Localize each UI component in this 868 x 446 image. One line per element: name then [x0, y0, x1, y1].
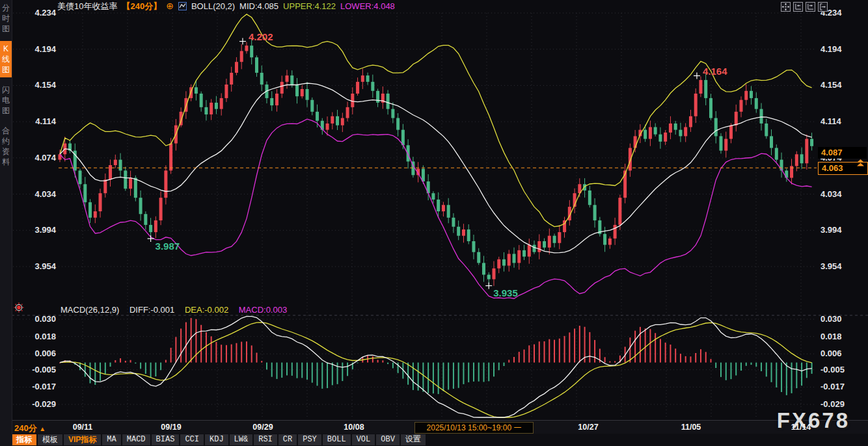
interval-selector[interactable]: 240分 ▲: [14, 423, 46, 434]
macd-header: MACD(26,12,9) DIFF:-0.001 DEA:-0.002 MAC…: [61, 305, 295, 315]
high-annotation: 4.202: [249, 31, 273, 42]
compress-x-icon[interactable]: [793, 2, 803, 12]
live-indicator-icon: [14, 302, 24, 315]
sidebar-tab-闪电图[interactable]: 闪电图: [0, 82, 12, 118]
sidebar: 分时图K线图闪电图合约资料: [0, 0, 12, 446]
toolbar-item-BOLL[interactable]: BOLL: [323, 434, 351, 445]
y-axis-tick: 3.954: [22, 261, 56, 271]
boll-lower-value: LOWER:4.048: [340, 1, 395, 11]
toolbar-item-指标[interactable]: 指标: [12, 434, 36, 445]
x-axis-date-label: 11/14: [791, 423, 811, 432]
y-axis-tick: 0.030: [821, 314, 861, 324]
toolbar-item-CR[interactable]: CR: [278, 434, 297, 445]
y-axis-tick: 4.034: [22, 189, 56, 199]
date-tooltip: 2025/10/13 15:00~19:00 一: [414, 422, 534, 434]
y-axis-tick: 3.954: [821, 261, 861, 271]
watermark: FX678: [777, 408, 850, 433]
low-annotation: 3.987: [156, 241, 180, 252]
y-axis-tick: 4.074: [22, 153, 56, 163]
chart-canvas: [0, 0, 868, 446]
y-axis-tick: -0.017: [821, 382, 861, 391]
toolbar-item-BIAS[interactable]: BIAS: [152, 434, 180, 445]
page-title: 美债10年收益率: [57, 1, 117, 12]
window-controls: [781, 2, 828, 12]
y-axis-tick: 3.994: [821, 225, 861, 235]
toolbar-item-LW&[interactable]: LW&: [230, 434, 253, 445]
y-axis-tick: 0.006: [821, 348, 861, 358]
sidebar-tab-K线图[interactable]: K线图: [0, 41, 12, 77]
x-axis-date-label: 09/19: [161, 423, 181, 432]
low-annotation: 3.935: [493, 287, 518, 298]
y-axis-tick: 4.154: [821, 80, 861, 90]
y-axis-tick: -0.029: [821, 399, 861, 409]
x-axis-date-label: 09/29: [252, 423, 273, 432]
grid: [12, 13, 868, 418]
double-up-arrow-icon[interactable]: [856, 158, 865, 170]
y-axis-tick: 4.194: [821, 44, 861, 54]
sidebar-tab-分时图[interactable]: 分时图: [0, 0, 12, 36]
toolbar-item-模板[interactable]: 模板: [38, 434, 62, 445]
toolbar-item-KDJ[interactable]: KDJ: [205, 434, 228, 445]
macd-diff-line: [60, 317, 812, 417]
y-axis-tick: -0.017: [22, 382, 56, 391]
pan-icon[interactable]: [781, 2, 791, 12]
macd-dea-value: DEA:-0.002: [185, 305, 228, 315]
last-price-tag: 4.087: [818, 147, 867, 159]
toolbar-item-RSI[interactable]: RSI: [254, 434, 277, 445]
toolbar-item-MA[interactable]: MA: [102, 434, 120, 445]
toolbar-item-VOL[interactable]: VOL: [352, 434, 375, 445]
macd-macd-value: MACD:0.003: [239, 305, 287, 315]
boll-upper-value: UPPER:4.122: [283, 1, 336, 11]
y-axis-tick: 0.006: [22, 348, 56, 358]
expand-x-icon[interactable]: [806, 2, 815, 12]
app-root: 分时图K线图闪电图合约资料 美债10年收益率 【240分】 ⊕ BOLL(20,…: [0, 0, 868, 446]
high-annotation: 4.164: [703, 66, 727, 77]
boll-lower-line: [60, 119, 812, 298]
x-axis-date-label: 10/27: [578, 423, 598, 432]
y-axis-tick: -0.029: [22, 399, 56, 409]
x-axis-date-label: 10/08: [344, 423, 364, 432]
macd-label: MACD(26,12,9): [61, 305, 119, 315]
add-indicator-icon[interactable]: ⊕: [166, 2, 174, 10]
toolbar-item-CCI[interactable]: CCI: [180, 434, 204, 445]
exit-icon[interactable]: [818, 2, 828, 12]
interval-label: 240分: [14, 423, 37, 433]
y-axis-tick: 4.154: [22, 80, 56, 90]
sidebar-tab-合约资料[interactable]: 合约资料: [0, 123, 12, 170]
y-axis-tick: 0.030: [22, 314, 56, 324]
y-axis-tick: 0.018: [821, 332, 861, 341]
y-axis-tick: 4.234: [22, 8, 56, 18]
y-axis-tick: -0.005: [22, 365, 56, 374]
bottom-toolbar: 指标模板VIP指标MAMACDBIASCCIKDJLW&RSICRPSYBOLL…: [12, 434, 868, 446]
chart-header: 美债10年收益率 【240分】 ⊕ BOLL(20,2) MID:4.085 U…: [57, 1, 395, 12]
x-axis-date-label: 09/11: [73, 423, 93, 432]
y-axis-tick: 3.994: [22, 225, 56, 235]
y-axis-tick: 4.114: [22, 116, 56, 126]
interval-tag: 【240分】: [122, 1, 161, 12]
macd-diff-value: DIFF:-0.001: [129, 305, 174, 315]
y-axis-tick: 4.114: [821, 116, 861, 126]
toolbar-item-VIP指标[interactable]: VIP指标: [64, 434, 101, 445]
toolbar-item-MACD[interactable]: MACD: [122, 434, 150, 445]
boll-mid-value: MID:4.085: [239, 1, 278, 11]
toolbar-item-设置[interactable]: 设置: [401, 434, 426, 445]
boll-label: BOLL(20,2): [191, 1, 235, 11]
x-axis-date-label: 11/05: [681, 423, 701, 432]
up-triangle-icon: ▲: [39, 425, 46, 432]
y-axis-tick: -0.005: [821, 365, 861, 374]
y-axis-tick: 0.018: [22, 332, 56, 341]
toolbar-item-PSY[interactable]: PSY: [298, 434, 321, 445]
y-axis-tick: 4.194: [22, 44, 56, 54]
y-axis-tick: 4.034: [821, 189, 861, 199]
toolbar-item-OBV[interactable]: OBV: [376, 434, 400, 445]
indicator-chart-icon[interactable]: [178, 2, 187, 10]
